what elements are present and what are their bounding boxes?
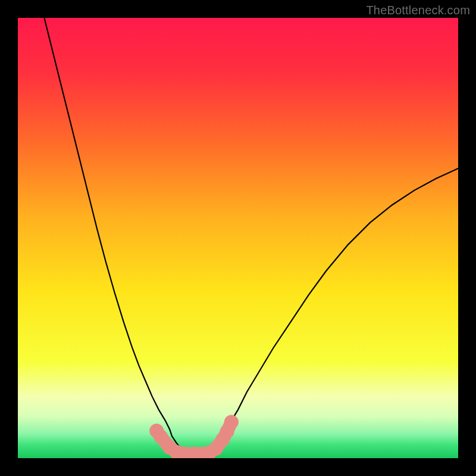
band-dot [224, 415, 239, 429]
bottleneck-chart [18, 18, 458, 458]
gradient-background [18, 18, 458, 458]
watermark-text: TheBottleneck.com [366, 4, 470, 17]
chart-frame: TheBottleneck.com [0, 0, 476, 476]
